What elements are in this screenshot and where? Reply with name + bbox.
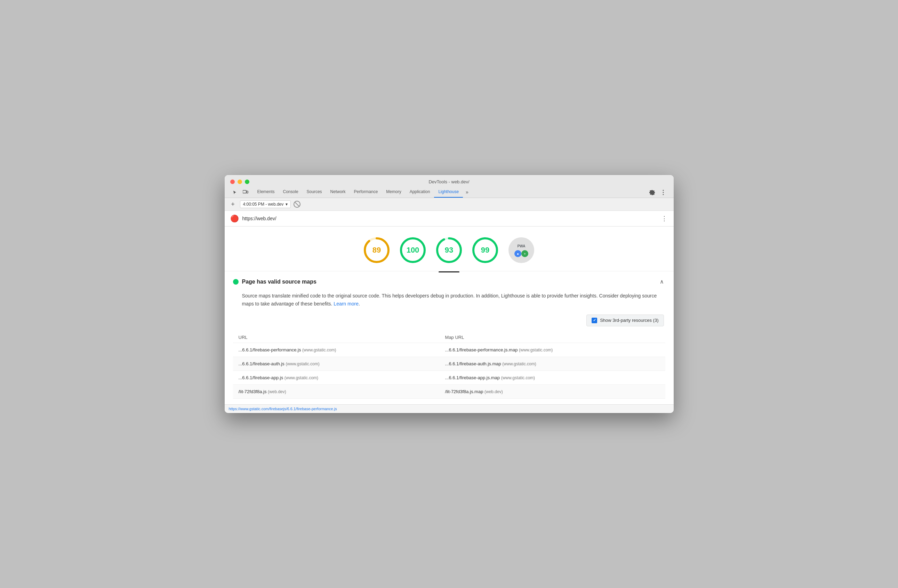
url-domain: (www.gstatic.com) bbox=[302, 348, 336, 352]
url-domain: (web.dev) bbox=[268, 389, 286, 394]
third-party-row: Show 3rd-party resources (3) bbox=[233, 314, 665, 326]
lighthouse-icon: 🔴 bbox=[230, 214, 239, 223]
score-99-value: 99 bbox=[481, 246, 489, 255]
learn-more-link[interactable]: Learn more bbox=[334, 301, 358, 306]
status-bar: https://www.gstatic.com/firebasejs/6.6.1… bbox=[224, 404, 674, 413]
map-url-path: ...6.6.1/firebase-app.js.map bbox=[445, 375, 500, 380]
url-path: ...6.6.1/firebase-auth.js bbox=[238, 361, 284, 366]
svg-text:●: ● bbox=[517, 252, 519, 256]
map-url-cell[interactable]: ...6.6.1/firebase-app.js.map (www.gstati… bbox=[440, 371, 665, 385]
score-seo[interactable]: 99 bbox=[471, 236, 499, 264]
url-cell[interactable]: ...6.6.1/firebase-app.js (www.gstatic.co… bbox=[233, 371, 440, 385]
map-url-cell[interactable]: ...6.6.1/firebase-auth.js.map (www.gstat… bbox=[440, 357, 665, 371]
audit-description: Source maps translate minified code to t… bbox=[233, 292, 665, 308]
minimize-button[interactable] bbox=[238, 180, 242, 184]
maximize-button[interactable] bbox=[245, 180, 249, 184]
session-dropdown[interactable]: 4:00:05 PM - web.dev ▾ bbox=[240, 200, 291, 208]
map-url-domain: (www.gstatic.com) bbox=[502, 362, 536, 366]
url-path: ...6.6.1/firebase-performance.js bbox=[238, 347, 301, 352]
table-row: ...6.6.1/firebase-performance.js (www.gs… bbox=[233, 343, 665, 357]
url-bar-kebab-icon[interactable]: ⋮ bbox=[661, 215, 668, 222]
map-url-cell[interactable]: /lit-72fd3f8a.js.map (web.dev) bbox=[440, 385, 665, 399]
svg-point-4 bbox=[663, 194, 664, 195]
map-url-path: /lit-72fd3f8a.js.map bbox=[445, 389, 483, 394]
score-89-value: 89 bbox=[372, 246, 381, 255]
audit-pass-dot bbox=[233, 279, 238, 285]
url-path: ...6.6.1/firebase-app.js bbox=[238, 375, 283, 380]
svg-point-2 bbox=[663, 190, 664, 191]
main-content: 89 100 93 bbox=[224, 226, 674, 404]
audit-collapse-icon[interactable]: ∧ bbox=[658, 277, 665, 286]
tab-elements[interactable]: Elements bbox=[253, 187, 279, 198]
no-symbol-icon[interactable] bbox=[294, 201, 300, 208]
title-bar: DevTools - web.dev/ Elements Console bbox=[224, 175, 674, 198]
close-button[interactable] bbox=[230, 180, 235, 184]
svg-point-13 bbox=[509, 237, 534, 263]
add-tab-button[interactable]: + bbox=[229, 200, 237, 208]
map-url-cell[interactable]: ...6.6.1/firebase-performance.js.map (ww… bbox=[440, 343, 665, 357]
url-cell[interactable]: ...6.6.1/firebase-auth.js (www.gstatic.c… bbox=[233, 357, 440, 371]
svg-point-3 bbox=[663, 192, 664, 193]
tab-performance[interactable]: Performance bbox=[350, 187, 382, 198]
audit-title: Page has valid source maps bbox=[242, 279, 655, 285]
map-url-domain: (web.dev) bbox=[484, 389, 503, 394]
kebab-menu-icon[interactable] bbox=[658, 188, 668, 197]
tab-sources[interactable]: Sources bbox=[303, 187, 326, 198]
score-93-value: 93 bbox=[445, 246, 453, 255]
window-controls bbox=[230, 180, 249, 184]
window-title: DevTools - web.dev/ bbox=[429, 179, 469, 185]
tab-console[interactable]: Console bbox=[279, 187, 303, 198]
map-url-domain: (www.gstatic.com) bbox=[501, 376, 535, 380]
table-row: ...6.6.1/firebase-app.js (www.gstatic.co… bbox=[233, 371, 665, 385]
audit-section: Page has valid source maps ∧ Source maps… bbox=[224, 271, 674, 404]
url-cell[interactable]: /lit-72fd3f8a.js (web.dev) bbox=[233, 385, 440, 399]
toolbar: + 4:00:05 PM - web.dev ▾ bbox=[224, 198, 674, 211]
settings-icon[interactable] bbox=[647, 188, 657, 197]
tab-application[interactable]: Application bbox=[406, 187, 434, 198]
dropdown-chevron: ▾ bbox=[286, 202, 288, 207]
map-url-path: ...6.6.1/firebase-performance.js.map bbox=[445, 347, 518, 352]
url-domain: (www.gstatic.com) bbox=[284, 376, 318, 380]
table-row: ...6.6.1/firebase-auth.js (www.gstatic.c… bbox=[233, 357, 665, 371]
devtools-window: DevTools - web.dev/ Elements Console bbox=[224, 175, 674, 413]
tab-memory[interactable]: Memory bbox=[382, 187, 405, 198]
third-party-label-text: Show 3rd-party resources (3) bbox=[600, 318, 658, 323]
cursor-icon[interactable] bbox=[230, 188, 240, 197]
session-label: 4:00:05 PM - web.dev bbox=[243, 202, 284, 207]
url-path: /lit-72fd3f8a.js bbox=[238, 389, 267, 394]
url-domain: (www.gstatic.com) bbox=[286, 362, 319, 366]
score-pwa[interactable]: PWA ● + bbox=[507, 236, 535, 264]
map-url-path: ...6.6.1/firebase-auth.js.map bbox=[445, 361, 501, 366]
score-performance[interactable]: 89 bbox=[363, 236, 391, 264]
tab-lighthouse[interactable]: Lighthouse bbox=[434, 187, 463, 198]
score-100-value: 100 bbox=[407, 246, 420, 255]
url-cell[interactable]: ...6.6.1/firebase-performance.js (www.gs… bbox=[233, 343, 440, 357]
more-tabs-icon[interactable]: » bbox=[463, 187, 471, 198]
svg-rect-1 bbox=[247, 191, 248, 193]
devtools-tabs: Elements Console Sources Network Perform… bbox=[230, 187, 668, 198]
col-map-url-header: Map URL bbox=[440, 332, 665, 343]
table-row: /lit-72fd3f8a.js (web.dev) /lit-72fd3f8a… bbox=[233, 385, 665, 399]
lighthouse-url-bar: 🔴 https://web.dev/ ⋮ bbox=[224, 211, 674, 226]
audit-header: Page has valid source maps ∧ bbox=[233, 277, 665, 286]
device-toolbar-icon[interactable] bbox=[241, 188, 251, 197]
devtools-icons bbox=[230, 188, 251, 197]
svg-rect-0 bbox=[243, 190, 246, 193]
settings-icons bbox=[647, 188, 668, 197]
score-best-practices[interactable]: 93 bbox=[435, 236, 463, 264]
svg-text:PWA: PWA bbox=[518, 244, 526, 248]
score-accessibility[interactable]: 100 bbox=[399, 236, 427, 264]
tab-network[interactable]: Network bbox=[326, 187, 350, 198]
resources-table: URL Map URL ...6.6.1/firebase-performanc… bbox=[233, 332, 665, 399]
third-party-checkbox-label[interactable]: Show 3rd-party resources (3) bbox=[586, 314, 664, 326]
col-url-header: URL bbox=[233, 332, 440, 343]
third-party-checkbox[interactable] bbox=[592, 318, 597, 323]
status-url: https://www.gstatic.com/firebasejs/6.6.1… bbox=[229, 407, 337, 411]
map-url-domain: (www.gstatic.com) bbox=[519, 348, 553, 352]
scores-row: 89 100 93 bbox=[224, 226, 674, 271]
audit-url: https://web.dev/ bbox=[242, 216, 658, 221]
svg-text:+: + bbox=[524, 252, 526, 256]
